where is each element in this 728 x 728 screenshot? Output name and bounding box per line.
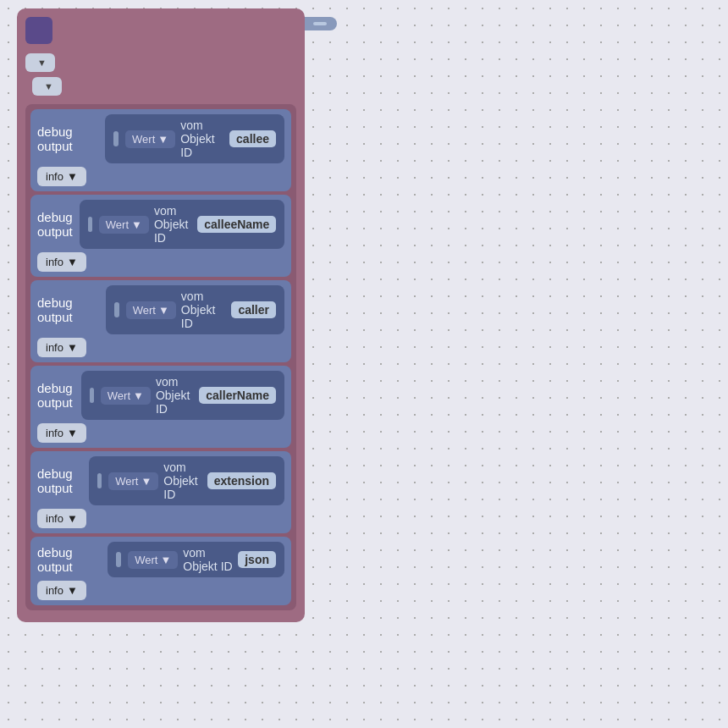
chevron-down-icon: ▼ [67,256,78,268]
chevron-down-icon: ▼ [67,341,78,354]
info-row: info ▼ [37,167,284,186]
debug-block: debug output Wert ▼ vom Objekt ID caller… [30,366,291,448]
wert-dropdown[interactable]: Wert ▼ [125,130,175,148]
chevron-down-icon: ▼ [67,427,78,439]
vom-objekt-id-label: vom Objekt ID [183,546,233,573]
debug-output-label: debug output [37,295,99,324]
debug-output-label: debug output [37,210,73,239]
info-row: info ▼ [37,338,284,357]
vom-objekt-id-label: vom Objekt ID [180,119,224,159]
block-header [25,17,296,44]
wert-dropdown[interactable]: Wert ▼ [126,301,176,319]
gear-icon [25,17,52,44]
connector [97,473,102,488]
info-dropdown[interactable]: info ▼ [37,252,86,272]
debug-block-top: debug output Wert ▼ vom Objekt ID caller [37,285,284,334]
vom-objekt-id-label: vom Objekt ID [181,290,227,330]
wert-pill: Wert ▼ vom Objekt ID caller [106,285,284,334]
debug-block-top: debug output Wert ▼ vom Objekt ID extens… [37,456,284,505]
chevron-down-icon: ▼ [141,475,152,488]
debug-block: debug output Wert ▼ vom Objekt ID extens… [30,451,291,533]
wert-pill: Wert ▼ vom Objekt ID extension [89,456,284,505]
wurde-dropdown[interactable]: ▼ [25,53,55,72]
debug-block: debug output Wert ▼ vom Objekt ID caller… [30,280,291,362]
info-dropdown[interactable]: info ▼ [37,423,86,443]
wert-pill: Wert ▼ vom Objekt ID calleeName [80,200,285,249]
objekt-id-value [313,22,327,25]
chevron-down-icon: ▼ [157,133,168,146]
connector [90,388,94,403]
wert-dropdown[interactable]: Wert ▼ [99,216,149,234]
wert-dropdown[interactable]: Wert ▼ [101,387,151,405]
chevron-down-icon: ▼ [67,584,78,597]
debug-output-label: debug output [37,124,98,153]
info-dropdown[interactable]: info ▼ [37,509,86,528]
debug-output-label: debug output [37,545,101,574]
info-dropdown[interactable]: info ▼ [37,167,86,186]
vom-objekt-id-label: vom Objekt ID [163,461,201,501]
debug-block: debug output Wert ▼ vom Objekt ID callee… [30,109,291,191]
connector [88,217,92,232]
info-dropdown[interactable]: info ▼ [37,581,86,600]
debug-block-top: debug output Wert ▼ vom Objekt ID callee [37,114,284,163]
wurde-row: ▼ [25,51,296,72]
debug-block-top: debug output Wert ▼ vom Objekt ID caller… [37,371,284,420]
chevron-down-icon: ▼ [133,389,144,402]
debug-block: debug output Wert ▼ vom Objekt ID json i… [30,537,291,605]
info-dropdown[interactable]: info ▼ [37,338,86,357]
chevron-down-icon: ▼ [44,81,53,91]
wert-dropdown[interactable]: Wert ▼ [108,472,158,490]
chevron-down-icon: ▼ [131,218,142,231]
objekt-id-value: caller [231,301,276,318]
chevron-down-icon: ▼ [67,170,78,183]
vom-objekt-id-label: vom Objekt ID [154,204,192,245]
debug-output-label: debug output [37,466,82,495]
canvas-area: ▼ ▼ debug output Wert [17,8,305,622]
info-row: info ▼ [37,581,284,600]
wert-pill: Wert ▼ vom Objekt ID callee [105,114,284,163]
debug-block: debug output Wert ▼ vom Objekt ID callee… [30,195,291,277]
objekt-id-value: callee [229,130,276,147]
chevron-down-icon: ▼ [67,512,78,525]
anerkannt-row: ▼ [25,77,296,96]
objekt-id-value: extension [207,472,276,489]
debug-block-top: debug output Wert ▼ vom Objekt ID callee… [37,200,284,249]
debug-blocks-container: debug output Wert ▼ vom Objekt ID callee… [25,104,296,610]
egal-dropdown[interactable]: ▼ [32,77,62,96]
chevron-down-icon: ▼ [158,304,169,317]
debug-output-label: debug output [37,381,74,410]
outer-block: ▼ ▼ debug output Wert [17,8,305,622]
objekt-id-value: calleeName [197,216,276,233]
objekt-id-value: callerName [199,387,276,404]
info-row: info ▼ [37,509,284,528]
info-row: info ▼ [37,423,284,443]
vom-objekt-id-label: vom Objekt ID [156,375,194,416]
connector [114,302,119,317]
chevron-down-icon: ▼ [37,58,47,68]
wert-dropdown[interactable]: Wert ▼ [128,551,178,569]
debug-block-top: debug output Wert ▼ vom Objekt ID json [37,542,284,577]
info-row: info ▼ [37,252,284,272]
connector [116,552,122,567]
objekt-id-value: json [238,551,276,568]
wert-pill: Wert ▼ vom Objekt ID callerName [81,371,284,420]
chevron-down-icon: ▼ [160,554,171,566]
wert-pill: Wert ▼ vom Objekt ID json [108,542,284,577]
connector [113,131,119,146]
